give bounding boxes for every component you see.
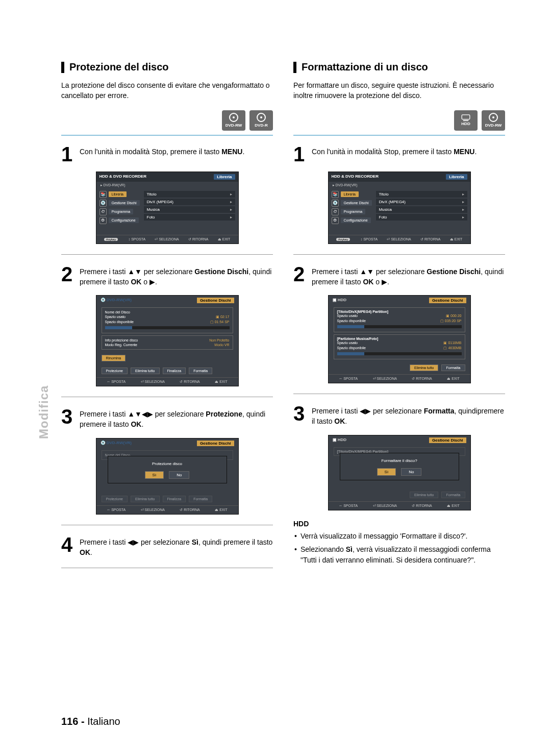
- t: Con l'unità in modalità Stop, premere il…: [80, 148, 221, 156]
- k: SPOSTA: [111, 380, 126, 383]
- yes-btn: Sì: [145, 471, 164, 479]
- r: Spazio usato: [337, 314, 358, 318]
- btn: Formatta: [441, 364, 465, 371]
- k: SPOSTA: [363, 237, 378, 241]
- gd-title: Gestione Dischi: [197, 298, 234, 303]
- k: EXIT: [455, 237, 463, 241]
- k: RITORNA: [424, 237, 440, 241]
- osd-gestione-dischi-left: 💿 DVD-RW(VR)Gestione Dischi Nome del Dis…: [96, 295, 239, 386]
- btn: Rinomina: [102, 355, 126, 361]
- t: o ▶.: [373, 278, 389, 286]
- section-bar-icon: [61, 62, 64, 73]
- t: .: [141, 420, 143, 428]
- k: SELEZIONA: [145, 508, 165, 511]
- hdd-label: HDD: [461, 121, 470, 126]
- svg-rect-0: [462, 115, 470, 119]
- svg-rect-1: [463, 120, 469, 121]
- r: 01:54 SP: [215, 320, 230, 324]
- t: Sì: [192, 538, 198, 546]
- t: Premere i tasti ▲▼◀▶ per selezionare: [80, 410, 206, 418]
- page: Protezione del disco La protezione del d…: [0, 0, 551, 599]
- r: 4630MB: [448, 346, 461, 350]
- btn: Elimina tutto: [131, 496, 160, 502]
- k: SPOSTA: [131, 237, 145, 241]
- t: MENU: [221, 148, 242, 156]
- osd-list: Titolo▸ DivX (MPEG4)▸ Musica▸ Foto▸: [376, 191, 467, 230]
- r: Spazio disponibile: [337, 319, 366, 323]
- section-head-left: Protezione del disco: [61, 61, 273, 73]
- step-num: 2: [61, 265, 74, 287]
- dialog: Protezione disco SìNo: [108, 456, 227, 483]
- step-text: Con l'unità in modalità Stop, premere il…: [312, 145, 477, 163]
- t: o ▶.: [141, 278, 157, 286]
- disc: DVD-RW(VR): [107, 298, 132, 302]
- sep: [61, 254, 273, 255]
- r: 02:17: [220, 315, 230, 319]
- t: Premere i tasti ◀▶ per selezionare: [80, 538, 192, 546]
- intro-left: La protezione del disco consente di evit…: [61, 80, 273, 101]
- disc-icons-right: HDD DVD-RW: [293, 110, 505, 131]
- step-text: Premere i tasti ▲▼ per selezionare Gesti…: [80, 265, 273, 287]
- note-item: Selezionando Sì, verrà visualizzato il m…: [294, 544, 505, 565]
- disc: DVD-RW(VR): [107, 441, 132, 445]
- step-num: 2: [293, 265, 307, 287]
- r: Nome del Disco: [105, 310, 130, 314]
- page-footer: 116 - Italiano: [61, 716, 120, 727]
- gd-title: Gestione Dischi: [429, 437, 466, 443]
- osd-format-dialog: ▣ HDDGestione Dischi [Titolo/DivX(MPEG4)…: [328, 435, 471, 510]
- r: 000:20: [450, 314, 461, 318]
- step-num: 3: [61, 407, 74, 430]
- btn: Finalizza: [163, 368, 186, 374]
- disc: HDD: [338, 298, 346, 302]
- t: .: [90, 548, 92, 556]
- btn: Finalizza: [163, 496, 186, 502]
- osd-side-item: Programma: [109, 209, 134, 214]
- osd-side-item: Gestione Dischi: [109, 200, 140, 206]
- osd-footer: Anykey ↕ SPOSTA ⏎ SELEZIONA ↺ RITORNA ⏏ …: [329, 235, 470, 243]
- no-btn: No: [169, 471, 189, 479]
- k: SELEZIONA: [145, 380, 165, 383]
- t: Formatta: [424, 407, 455, 415]
- sep: [293, 394, 505, 394]
- k: EXIT: [219, 508, 228, 511]
- osd-sub: DVD-RW(VR): [335, 183, 357, 187]
- t: OK: [363, 278, 373, 286]
- t: Gestione Dischi: [194, 267, 248, 276]
- t: OK: [334, 417, 345, 425]
- btn: Elimina tutto: [131, 368, 160, 374]
- k: Anykey: [104, 238, 118, 241]
- osd-sub: DVD-RW(VR): [103, 183, 125, 187]
- t: .: [474, 148, 477, 156]
- k: SELEZIONA: [391, 237, 411, 241]
- k: Anykey: [336, 238, 350, 241]
- sep: [61, 525, 273, 525]
- step-2-right: 2 Premere i tasti ▲▼ per selezionare Ges…: [293, 265, 505, 287]
- btn: Protezione: [102, 368, 128, 374]
- osd-list-item: Titolo: [379, 192, 389, 197]
- dialog-msg: Formattare il disco?: [340, 458, 459, 463]
- osd-list-item: Musica: [147, 207, 160, 212]
- osd-side-item: Libreria: [109, 191, 127, 197]
- osd-list-item: Foto: [379, 215, 387, 220]
- r: Spazio usato: [105, 315, 126, 319]
- k: SPOSTA: [111, 508, 126, 511]
- osd-header-right: Libreria: [214, 174, 235, 180]
- dialog: Formattare il disco? SìNo: [340, 453, 459, 480]
- step-num: 3: [293, 404, 307, 427]
- r: Non Protetto: [209, 338, 229, 342]
- t: Gestione Dischi: [427, 267, 481, 276]
- k: SELEZIONA: [377, 377, 397, 380]
- page-number: 116 -: [61, 716, 85, 727]
- step-3-right: 3 Premere i tasti ◀▶ per selezionare For…: [293, 404, 505, 427]
- r: Modo VR: [214, 343, 229, 347]
- side-tab-label: Modifica: [37, 385, 51, 439]
- step-3-left: 3 Premere i tasti ▲▼◀▶ per selezionare P…: [61, 407, 273, 430]
- osd-menu-screenshot: HDD & DVD RECORDERLibreria ▸ DVD-RW(VR) …: [96, 172, 239, 244]
- step-text: Con l'unità in modalità Stop, premere il…: [80, 145, 244, 163]
- osd-footer: Anykey ↕ SPOSTA ⏎ SELEZIONA ↺ RITORNA ⏏ …: [96, 235, 238, 243]
- t: Premere i tasti ▲▼ per selezionare: [80, 267, 194, 276]
- k: RITORNA: [184, 508, 199, 511]
- dialog-msg: Protezione disco: [108, 461, 227, 466]
- t: OK: [131, 278, 141, 286]
- gd-title: Gestione Dischi: [429, 298, 466, 303]
